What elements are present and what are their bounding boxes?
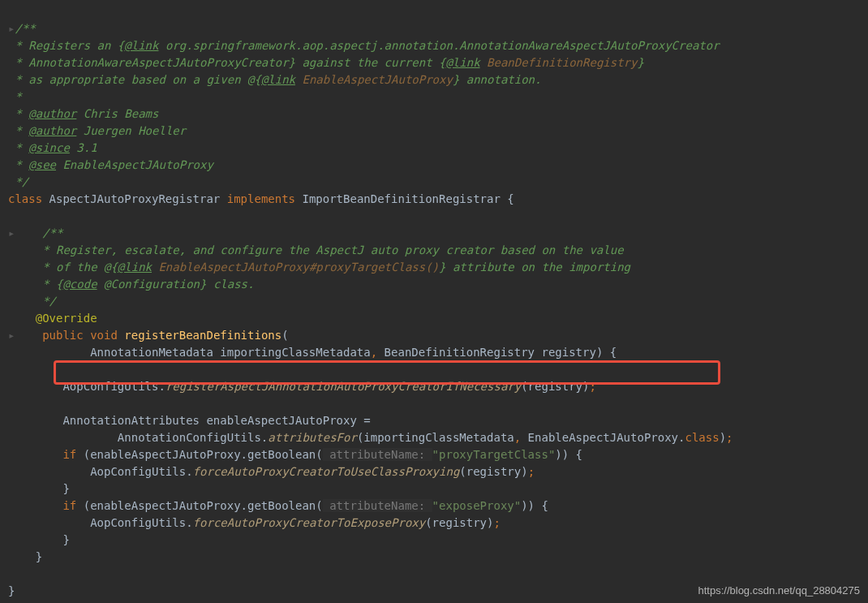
method-params: AnnotationMetadata importingClassMetadat… — [8, 346, 371, 359]
see-tag: @see — [28, 158, 56, 171]
watermark: https://blog.csdn.net/qq_28804275 — [698, 583, 861, 599]
highlighted-class: AopConfigUtils. — [62, 380, 165, 393]
implements-interface: ImportBeanDefinitionRegistrar { — [302, 192, 513, 205]
override-annotation: @Override — [8, 312, 97, 325]
parameter-hint: attributeName: — [323, 448, 432, 461]
doc-open: /** — [15, 22, 35, 35]
close-brace: } — [8, 482, 70, 495]
method-name: registerBeanDefinitions — [124, 329, 281, 342]
close-method-brace: } — [8, 550, 42, 563]
doc-l2: * AnnotationAwareAspectJAutoProxyCreator… — [8, 56, 445, 69]
class-keyword: class — [8, 192, 49, 205]
if-keyword: if — [8, 448, 84, 461]
public-keyword: public — [15, 329, 90, 342]
inner-doc-open: /** — [15, 226, 62, 239]
doc-l3: * as appropriate based on a given @{ — [8, 73, 261, 86]
since-tag: @since — [28, 141, 70, 154]
doc-link-tag: @link — [124, 39, 158, 52]
author-tag: @author — [28, 107, 76, 120]
close-class-brace: } — [8, 584, 15, 597]
code-editor[interactable]: ▸/** * Registers an {@link org.springfra… — [0, 0, 868, 603]
annotation-attrs-decl: AnnotationAttributes enableAspectJAutoPr… — [62, 414, 370, 427]
doc-close: */ — [8, 175, 28, 188]
class-name: AspectJAutoProxyRegistrar — [49, 192, 227, 205]
string-literal: "proxyTargetClass" — [432, 448, 556, 461]
highlighted-method: registerAspectJAnnotationAutoProxyCreato… — [165, 380, 521, 393]
doc-l1: * Registers an { — [8, 39, 124, 52]
